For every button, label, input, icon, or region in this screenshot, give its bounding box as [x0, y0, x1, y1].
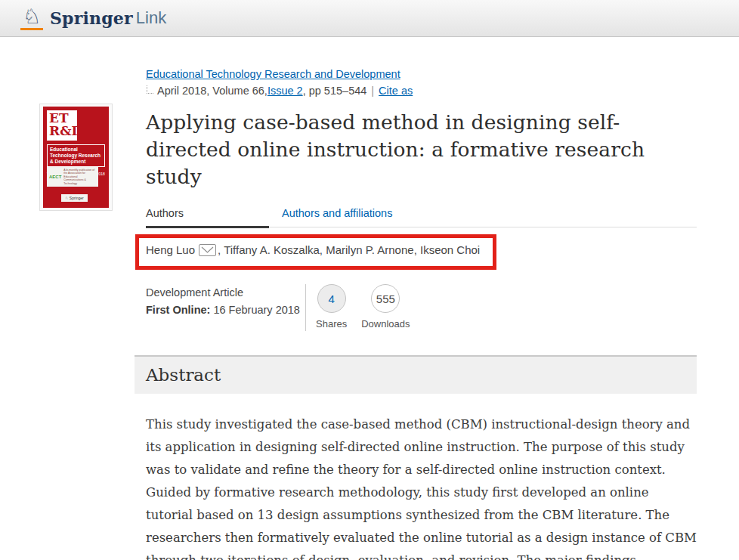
annotation-highlight: Heng Luo , Tiffany A. Koszalka, Marilyn … [135, 234, 496, 270]
first-online: First Online: 16 February 2018 [146, 304, 305, 316]
site-header: ♘ Springer Link [0, 0, 739, 37]
tab-authors-and-affiliations[interactable]: Authors and affiliations [282, 207, 392, 227]
downloads-metric: 555 Downloads [361, 284, 410, 331]
aect-note: A bi-monthly publication of the Associat… [63, 169, 96, 186]
aect-publisher-box: AECT A bi-monthly publication of the Ass… [47, 167, 98, 187]
springer-knight-icon: ♘ [20, 7, 43, 30]
page-title: Applying case-based method in designing … [146, 109, 697, 190]
brand-link-text: Link [136, 8, 166, 28]
etrd-logo: ET R&D [47, 110, 77, 141]
abstract-heading: Abstract [146, 365, 697, 385]
journal-cover-thumbnail[interactable]: ET R&D Educational Technology Research &… [39, 104, 113, 211]
brand-springer-text: Springer [50, 8, 133, 28]
issue-info-suffix: , pp 515–544 [303, 85, 367, 97]
authors-line: Heng Luo , Tiffany A. Koszalka, Marilyn … [146, 243, 480, 256]
author-tabs: Authors Authors and affiliations [146, 207, 697, 227]
abstract-heading-band: Abstract [135, 355, 697, 394]
hierarchy-elbow-icon [147, 85, 153, 94]
tab-authors[interactable]: Authors [146, 207, 269, 228]
article-meta-row: Development Article First Online: 16 Feb… [146, 284, 697, 331]
downloads-label: Downloads [361, 318, 410, 330]
issue-link[interactable]: Issue 2 [267, 85, 303, 97]
journal-cover-art: ET R&D Educational Technology Research &… [43, 107, 109, 208]
article-type: Development Article [146, 286, 305, 299]
authors-rest: , Tiffany A. Koszalka, Marilyn P. Arnone… [218, 243, 480, 256]
logo-orange-bar [20, 28, 43, 30]
shares-label: Shares [316, 318, 347, 330]
issue-info-line: April 2018, Volume 66, Issue 2 , pp 515–… [146, 85, 697, 97]
cover-journal-name: Educational Technology Research & Develo… [47, 144, 105, 167]
journal-link[interactable]: Educational Technology Research and Deve… [146, 68, 400, 80]
author-heng-luo: Heng Luo [146, 243, 195, 256]
shares-metric: 4 Shares [316, 284, 347, 331]
breadcrumb: Educational Technology Research and Deve… [146, 67, 697, 97]
shares-count-badge: 4 [317, 284, 346, 313]
email-icon[interactable] [199, 244, 216, 256]
springerlink-logo[interactable]: ♘ Springer Link [20, 7, 166, 30]
metrics: 4 Shares 555 Downloads [306, 284, 410, 331]
article-page: ET R&D Educational Technology Research &… [0, 37, 739, 560]
aect-logo: AECT [49, 175, 61, 179]
downloads-count-badge: 555 [371, 284, 400, 313]
cite-as-link[interactable]: Cite as [379, 85, 413, 97]
first-online-label: First Online: [146, 304, 210, 316]
first-online-date: 16 February 2018 [213, 304, 299, 316]
cover-springer-mark: ♘ Springer [61, 194, 88, 202]
separator: | [371, 85, 374, 97]
article-meta: Development Article First Online: 16 Feb… [146, 284, 305, 331]
issue-info-prefix: April 2018, Volume 66, [157, 85, 267, 97]
abstract-text: This study investigated the case-based m… [146, 413, 697, 560]
